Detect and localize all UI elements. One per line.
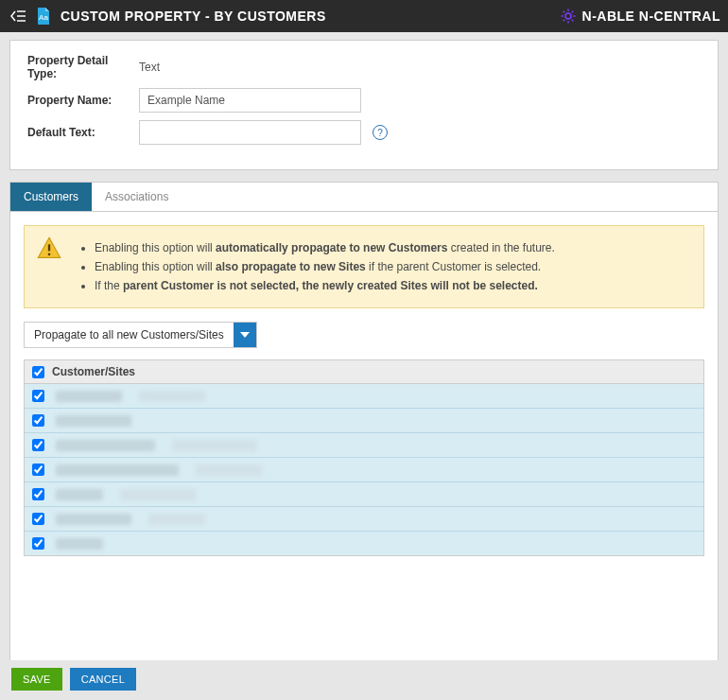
row-checkbox[interactable]: [32, 537, 44, 550]
propagate-caret[interactable]: [234, 323, 256, 347]
row-text-primary: [56, 538, 103, 550]
footer-bar: SAVE CANCEL: [0, 660, 728, 700]
detail-type-value: Text: [139, 61, 160, 74]
row-text-primary: [56, 464, 179, 476]
row-checkbox[interactable]: [32, 414, 44, 427]
svg-rect-5: [48, 244, 50, 251]
table-row[interactable]: [25, 481, 703, 506]
row-text-primary: [56, 489, 103, 500]
table-row[interactable]: [25, 384, 703, 408]
table-row[interactable]: [25, 531, 703, 555]
select-all-checkbox[interactable]: [32, 366, 44, 378]
table-row[interactable]: [25, 432, 703, 457]
alert-line-2: Enabling this option will also propagate…: [95, 258, 692, 275]
alert-line-1: Enabling this option will automatically …: [95, 239, 692, 256]
row-checkbox[interactable]: [32, 390, 44, 402]
warning-icon: [36, 236, 62, 262]
row-text-primary: [56, 415, 131, 427]
row-checkbox[interactable]: [32, 439, 44, 451]
table-row[interactable]: [25, 506, 703, 531]
tab-customers[interactable]: Customers: [10, 183, 92, 211]
grid-rows: [24, 384, 704, 556]
property-name-label: Property Name:: [27, 94, 139, 107]
row-text-secondary: [172, 440, 257, 451]
property-detail-card: Property Detail Type: Text Property Name…: [9, 40, 719, 170]
row-checkbox[interactable]: [32, 513, 44, 525]
row-checkbox[interactable]: [32, 464, 44, 476]
table-row[interactable]: [25, 457, 703, 481]
help-icon[interactable]: ?: [373, 125, 388, 140]
brand-icon: [560, 8, 577, 25]
row-text-primary: [56, 440, 155, 451]
cancel-button[interactable]: CANCEL: [70, 668, 136, 691]
svg-point-4: [565, 13, 571, 19]
hamburger-arrow-icon: [9, 9, 26, 23]
document-icon: Aa: [35, 7, 52, 26]
propagate-dropdown[interactable]: Propagate to all new Customers/Sites: [24, 322, 257, 348]
grid-header: Customer/Sites: [24, 359, 704, 384]
row-text-primary: [56, 391, 122, 402]
save-button[interactable]: SAVE: [11, 668, 62, 691]
top-bar: Aa CUSTOM PROPERTY - BY CUSTOMERS N-ABLE…: [0, 0, 728, 32]
tab-bar: Customers Associations: [10, 183, 718, 212]
svg-text:Aa: Aa: [39, 13, 48, 22]
brand: N-ABLE N-CENTRAL: [560, 8, 720, 25]
grid-header-label: Customer/Sites: [52, 365, 135, 378]
row-text-secondary: [120, 489, 196, 500]
brand-text: N-ABLE N-CENTRAL: [582, 9, 720, 24]
row-text-secondary: [196, 464, 262, 476]
row-checkbox[interactable]: [32, 488, 44, 500]
row-text-secondary: [148, 514, 205, 525]
alert-line-3: If the parent Customer is not selected, …: [95, 277, 692, 294]
propagate-label: Propagate to all new Customers/Sites: [25, 323, 234, 347]
row-text-primary: [56, 514, 131, 525]
info-alert: Enabling this option will automatically …: [24, 225, 704, 308]
property-name-input[interactable]: [139, 88, 361, 113]
caret-down-icon: [240, 332, 250, 338]
svg-rect-6: [48, 254, 50, 255]
menu-toggle-button[interactable]: [8, 6, 28, 26]
page-title: CUSTOM PROPERTY - BY CUSTOMERS: [61, 9, 326, 24]
row-text-secondary: [139, 391, 205, 402]
detail-type-label: Property Detail Type:: [27, 54, 139, 80]
page-type-icon: Aa: [34, 6, 53, 26]
default-text-input[interactable]: [139, 120, 361, 145]
table-row[interactable]: [25, 408, 703, 432]
default-text-label: Default Text:: [27, 126, 139, 139]
tab-associations[interactable]: Associations: [92, 183, 182, 211]
